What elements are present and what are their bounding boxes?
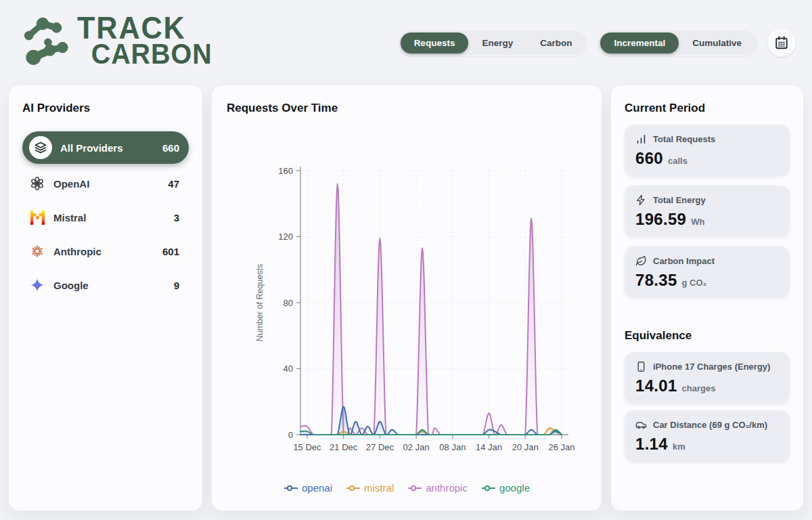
y-tick-label: 40 [284,364,293,374]
equivalence-title: Equivalence [625,329,790,343]
provider-count: 660 [162,142,182,154]
provider-count: 601 [162,246,182,257]
openai-icon [29,175,45,192]
provider-label: Mistral [53,212,166,223]
car-distance-card: Car Distance (69 g CO₂/km) 1.14 km [625,410,790,462]
x-tick-label: 15 Dec [293,442,321,452]
legend-label: mistral [364,482,394,494]
header-controls: Requests Energy Carbon Incremental Cumul… [398,28,796,57]
metric-tab-group: Requests Energy Carbon [398,30,589,56]
chart-area: Requests Over Time 0408012016015 Dec21 D… [227,102,587,494]
chart-title: Requests Over Time [227,102,587,115]
mode-tab-group: Incremental Cumulative [597,30,758,56]
providers-panel: AI Providers All Providers 660 [8,85,203,511]
requests-over-time-chart: 0408012016015 Dec21 Dec27 Dec02 Jan08 Ja… [221,156,597,469]
provider-count: 47 [168,178,182,190]
smartphone-icon [635,361,647,372]
legend-marker-icon [407,484,422,492]
legend-marker-icon [481,484,496,492]
provider-count: 9 [174,280,182,291]
current-period-title: Current Period [625,102,790,115]
y-tick-label: 160 [278,166,293,176]
x-tick-label: 26 Jan [548,442,574,452]
molecule-logo-icon [19,9,72,66]
stat-unit: km [673,441,685,452]
stat-label: Total Energy [653,195,706,205]
summary-panel: Current Period Total Requests 660 calls … [610,85,804,511]
stat-label: Total Requests [653,134,715,144]
x-tick-label: 14 Jan [476,442,502,452]
bar-chart-icon [635,133,647,145]
stat-unit: charges [682,383,716,393]
stat-unit: calls [668,156,687,166]
dashboard-page: TRACK CARBON Requests Energy Carbon Incr… [0,0,812,520]
total-requests-card: Total Requests 660 calls [625,125,790,176]
tab-carbon[interactable]: Carbon [526,32,585,53]
x-tick-label: 27 Dec [366,442,394,452]
provider-label: Anthropic [53,246,154,257]
provider-label: Google [53,280,166,291]
app-logo: TRACK CARBON [19,9,221,66]
iphone-charges-card: iPhone 17 Charges (Energy) 14.01 charges [625,352,790,404]
google-icon [29,277,45,293]
stat-value: 660 [635,149,663,168]
sidebar-item-google[interactable]: Google 9 [22,271,189,299]
chart-legend: openaimistralanthropicgoogle [227,482,587,494]
provider-label: All Providers [60,142,154,154]
legend-label: openai [302,482,332,494]
legend-marker-icon [284,484,298,492]
stat-value: 78.35 [635,271,677,290]
sidebar-item-anthropic[interactable]: Anthropic 601 [22,237,189,265]
x-tick-label: 20 Jan [512,442,539,452]
mistral-icon [29,209,45,225]
legend-item-mistral: mistral [346,482,394,494]
legend-label: anthropic [426,482,468,494]
tab-requests[interactable]: Requests [401,32,469,53]
legend-item-openai: openai [284,482,332,494]
y-axis-label: Number of Requests [255,264,265,342]
y-tick-label: 120 [278,232,293,242]
stat-value: 1.14 [635,435,668,454]
sidebar-item-mistral[interactable]: Mistral 3 [22,203,189,232]
zap-icon [635,194,647,206]
car-icon [635,419,647,431]
provider-list: All Providers 660 [22,131,189,305]
stat-value: 196.59 [635,210,686,229]
total-energy-card: Total Energy 196.59 Wh [625,186,790,237]
providers-title: AI Providers [22,102,189,115]
legend-label: google [499,482,530,494]
x-tick-label: 08 Jan [439,442,466,452]
app-title: TRACK CARBON [77,15,212,66]
tab-cumulative[interactable]: Cumulative [679,32,755,53]
tab-energy[interactable]: Energy [468,32,526,53]
x-tick-label: 02 Jan [403,442,430,452]
legend-marker-icon [346,484,361,492]
layers-icon [29,136,52,159]
sidebar-item-all-providers[interactable]: All Providers 660 [22,131,189,164]
stat-label: Carbon Impact [653,256,715,266]
legend-item-anthropic: anthropic [407,482,468,494]
provider-count: 3 [174,212,182,223]
tab-incremental[interactable]: Incremental [600,32,679,53]
stat-label: Car Distance (69 g CO₂/km) [653,420,767,430]
y-tick-label: 80 [284,298,293,308]
y-tick-label: 0 [288,430,293,440]
leaf-icon [635,255,647,267]
stat-unit: Wh [691,217,704,227]
legend-item-google: google [481,482,530,494]
stat-value: 14.01 [635,376,677,395]
chart-panel: Requests Over Time 0408012016015 Dec21 D… [211,85,602,511]
sidebar-item-openai[interactable]: OpenAI 47 [22,169,189,198]
x-tick-label: 21 Dec [330,442,358,452]
calendar-button[interactable] [767,28,796,57]
stat-unit: g CO₂ [682,278,707,288]
anthropic-icon [29,243,45,259]
calendar-icon [774,35,789,50]
app-title-line2: CARBON [91,42,212,66]
carbon-impact-card: Carbon Impact 78.35 g CO₂ [625,246,790,298]
provider-label: OpenAI [53,178,160,190]
stat-label: iPhone 17 Charges (Energy) [653,362,770,372]
